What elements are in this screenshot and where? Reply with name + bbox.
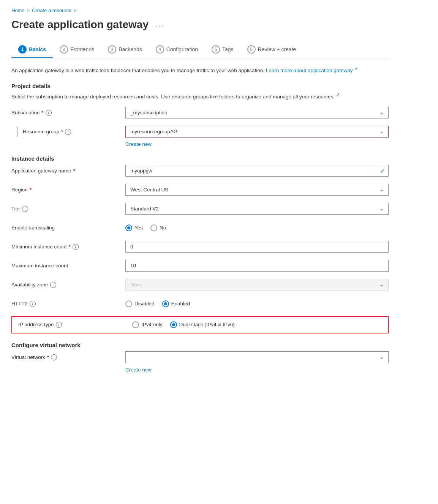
subscription-select[interactable]: _mysubscription <box>125 107 389 118</box>
tab-configuration-number: 4 <box>156 45 164 54</box>
breadcrumb-create-resource[interactable]: Create a resource <box>32 8 71 13</box>
http2-enabled-radio[interactable] <box>162 300 169 307</box>
basics-description: An application gateway is a web traffic … <box>11 65 389 74</box>
tab-tags-number: 5 <box>212 45 220 54</box>
availability-zone-row: Availability zone i None <box>11 278 389 292</box>
autoscaling-yes-label: Yes <box>134 225 143 231</box>
dual-stack-dot <box>172 323 175 326</box>
dual-stack-radio[interactable] <box>170 321 177 328</box>
tab-review-number: 6 <box>247 45 256 54</box>
http2-enabled-label: Enabled <box>171 301 190 307</box>
autoscaling-yes-dot <box>127 226 130 229</box>
autoscaling-no-label: No <box>160 225 166 231</box>
gateway-name-input[interactable] <box>125 165 389 177</box>
tab-frontends-label: Frontends <box>70 46 94 52</box>
http2-disabled-radio[interactable] <box>125 300 132 307</box>
instance-details-title: Instance details <box>11 155 389 162</box>
autoscaling-radio-group: Yes No <box>125 224 389 231</box>
ip-info-icon[interactable]: i <box>56 322 62 328</box>
tab-tags[interactable]: 5 Tags <box>205 41 240 58</box>
gateway-name-input-wrapper: ✓ <box>125 165 389 177</box>
tier-label: Tier i <box>11 206 125 212</box>
ipv4-only-radio[interactable] <box>132 321 139 328</box>
tier-info-icon[interactable]: i <box>22 206 28 212</box>
autoscaling-no-option[interactable]: No <box>150 224 166 231</box>
rg-create-new-link[interactable]: Create new <box>125 141 152 147</box>
vnet-select-wrapper <box>125 351 389 363</box>
http2-label: HTTP2 i <box>11 301 125 307</box>
rg-select-wrapper: myresourcegroupAG <box>125 126 389 137</box>
gateway-name-label: Application gateway name * <box>11 168 125 174</box>
dual-stack-option[interactable]: Dual stack (IPv4 & IPv6) <box>170 321 235 328</box>
page-title-row: Create application gateway ... <box>11 19 389 31</box>
tier-select[interactable]: Standard V2 <box>125 203 389 215</box>
min-instance-control <box>125 241 389 253</box>
rg-indent-line <box>17 126 23 137</box>
az-select-wrapper: None <box>125 279 389 291</box>
ip-address-label: IP address type i <box>18 322 132 328</box>
http2-row: HTTP2 i Disabled Enabled <box>11 297 389 311</box>
tab-configuration[interactable]: 4 Configuration <box>149 41 205 58</box>
http2-disabled-option[interactable]: Disabled <box>125 300 155 307</box>
http2-enabled-option[interactable]: Enabled <box>162 300 190 307</box>
subscription-info-icon[interactable]: i <box>46 110 52 116</box>
tab-review-label: Review + create <box>258 46 296 52</box>
rg-create-new-container: Create new <box>125 141 389 147</box>
az-info-icon[interactable]: i <box>50 282 56 288</box>
tab-backends-label: Backends <box>119 46 142 52</box>
vnet-section-title: Configure virtual network <box>11 342 389 348</box>
vnet-label: Virtual network * i <box>11 354 125 360</box>
resource-group-select[interactable]: myresourcegroupAG <box>125 126 389 137</box>
tab-basics[interactable]: 1 Basics <box>11 41 53 58</box>
project-details-desc: Select the subscription to manage deploy… <box>11 92 389 101</box>
vnet-required: * <box>47 354 49 360</box>
http2-enabled-dot <box>164 302 167 305</box>
autoscaling-yes-radio[interactable] <box>125 224 132 231</box>
ipv4-only-option[interactable]: IPv4 only <box>132 321 163 328</box>
vnet-create-new-link[interactable]: Create new <box>125 367 152 373</box>
rg-info-icon[interactable]: i <box>65 129 71 135</box>
tab-review-create[interactable]: 6 Review + create <box>240 41 303 58</box>
subscription-row: Subscription * i _mysubscription <box>11 106 389 120</box>
tier-control: Standard V2 <box>125 203 389 215</box>
project-ext-link-icon: ↗ <box>336 92 340 97</box>
max-instance-label: Maximum instance count <box>11 263 125 269</box>
external-link-icon: ↗ <box>354 66 357 71</box>
min-instance-required: * <box>69 244 71 250</box>
tab-tags-label: Tags <box>222 46 234 52</box>
region-control: West Central US <box>125 184 389 196</box>
breadcrumb-sep1: > <box>27 8 30 13</box>
autoscaling-yes-option[interactable]: Yes <box>125 224 143 231</box>
rg-required: * <box>61 129 63 134</box>
ip-address-control: IPv4 only Dual stack (IPv4 & IPv6) <box>132 321 382 328</box>
breadcrumb-home[interactable]: Home <box>11 8 25 13</box>
min-instance-input[interactable] <box>125 241 389 253</box>
autoscaling-label: Enable autoscaling <box>11 225 125 231</box>
autoscaling-no-radio[interactable] <box>150 224 157 231</box>
vnet-info-icon[interactable]: i <box>51 354 57 360</box>
vnet-create-new-container: Create new <box>125 367 389 373</box>
region-select[interactable]: West Central US <box>125 184 389 196</box>
ip-address-radio-group: IPv4 only Dual stack (IPv4 & IPv6) <box>132 321 382 328</box>
project-details-title: Project details <box>11 83 389 89</box>
vnet-select[interactable] <box>125 351 389 363</box>
max-instance-input[interactable] <box>125 260 389 272</box>
http2-disabled-label: Disabled <box>134 301 155 307</box>
tab-backends[interactable]: 3 Backends <box>101 41 149 58</box>
tab-backends-number: 3 <box>108 45 116 54</box>
autoscaling-row: Enable autoscaling Yes No <box>11 221 389 235</box>
resource-group-row: Resource group * i myresourcegroupAG <box>11 125 389 139</box>
tab-frontends[interactable]: 2 Frontends <box>53 41 101 58</box>
http2-info-icon[interactable]: i <box>30 301 36 307</box>
tier-row: Tier i Standard V2 <box>11 202 389 216</box>
ellipsis-button[interactable]: ... <box>153 20 166 30</box>
learn-more-link[interactable]: Learn more about application gateway ↗ <box>266 68 358 73</box>
min-instance-info-icon[interactable]: i <box>73 244 79 250</box>
ipv4-only-label: IPv4 only <box>141 322 163 327</box>
rg-indent <box>11 126 23 137</box>
resource-group-label-area: Resource group * i <box>23 129 125 135</box>
breadcrumb: Home > Create a resource > <box>11 8 389 13</box>
tier-select-wrapper: Standard V2 <box>125 203 389 215</box>
availability-zone-select[interactable]: None <box>125 279 389 291</box>
tab-frontends-number: 2 <box>60 45 68 54</box>
